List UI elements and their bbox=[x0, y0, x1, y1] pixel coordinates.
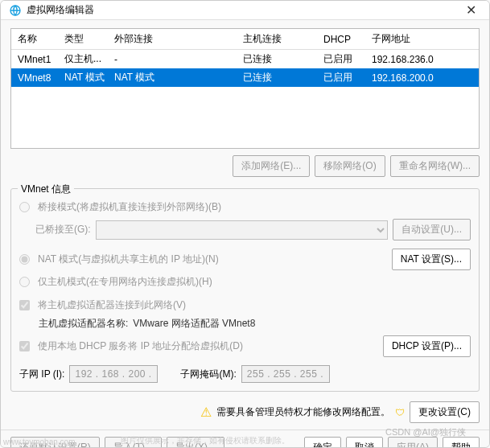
app-icon bbox=[9, 4, 22, 17]
vmnet-info-group: VMnet 信息 桥接模式(将虚拟机直接连接到外部网络)(B) 已桥接至(G):… bbox=[10, 188, 480, 392]
apply-button[interactable]: 应用(A) bbox=[388, 437, 438, 448]
dhcp-settings-button[interactable]: DHCP 设置(P)... bbox=[383, 335, 471, 357]
col-host[interactable]: 主机连接 bbox=[237, 29, 317, 50]
col-subnet[interactable]: 子网地址 bbox=[365, 29, 479, 50]
bridged-label: 桥接模式(将虚拟机直接连接到外部网络)(B) bbox=[38, 200, 221, 214]
table-row[interactable]: VMnet1 仅主机... - 已连接 已启用 192.168.236.0 bbox=[11, 50, 479, 69]
help-button[interactable]: 帮助 bbox=[443, 437, 480, 448]
use-dhcp-checkbox[interactable] bbox=[19, 341, 30, 351]
hostonly-radio[interactable] bbox=[19, 277, 30, 287]
network-table[interactable]: 名称 类型 外部连接 主机连接 DHCP 子网地址 VMnet1 仅主机... … bbox=[10, 28, 480, 149]
col-ext[interactable]: 外部连接 bbox=[108, 29, 237, 50]
use-dhcp-label: 使用本地 DHCP 服务将 IP 地址分配给虚拟机(D) bbox=[38, 339, 243, 353]
change-settings-button[interactable]: 更改设置(C) bbox=[410, 401, 480, 423]
ok-button[interactable]: 确定 bbox=[304, 437, 341, 448]
add-network-button[interactable]: 添加网络(E)... bbox=[233, 155, 310, 177]
adapter-name-label: 主机虚拟适配器名称: bbox=[39, 317, 128, 331]
subnet-mask-input[interactable] bbox=[241, 365, 330, 383]
bridged-radio[interactable] bbox=[19, 202, 30, 212]
hostonly-label: 仅主机模式(在专用网络内连接虚拟机)(H) bbox=[38, 275, 212, 289]
nat-label: NAT 模式(与虚拟机共享主机的 IP 地址)(N) bbox=[38, 253, 219, 266]
nat-radio[interactable] bbox=[19, 254, 30, 265]
import-button[interactable]: 导入(T)... bbox=[105, 437, 162, 448]
bridged-to-label: 已桥接至(G): bbox=[35, 223, 91, 236]
window-title: 虚拟网络编辑器 bbox=[27, 3, 461, 17]
subnet-ip-input[interactable] bbox=[69, 365, 158, 383]
remove-network-button[interactable]: 移除网络(O) bbox=[315, 155, 385, 177]
close-button[interactable]: ✕ bbox=[461, 1, 481, 19]
auto-settings-button[interactable]: 自动设置(U)... bbox=[393, 219, 471, 240]
table-row[interactable]: VMnet8 NAT 模式 NAT 模式 已连接 已启用 192.168.200… bbox=[11, 68, 479, 87]
adapter-name-value: VMware 网络适配器 VMnet8 bbox=[133, 317, 255, 331]
group-legend: VMnet 信息 bbox=[18, 183, 74, 196]
col-name[interactable]: 名称 bbox=[11, 29, 58, 50]
restore-defaults-button[interactable]: 还原默认设置(R) bbox=[10, 437, 100, 448]
warning-text: 需要具备管理员特权才能修改网络配置。 bbox=[216, 405, 390, 419]
subnet-mask-label: 子网掩码(M): bbox=[180, 368, 236, 381]
col-type[interactable]: 类型 bbox=[58, 29, 108, 50]
shield-icon: 🛡 bbox=[395, 407, 405, 418]
nat-settings-button[interactable]: NAT 设置(S)... bbox=[392, 249, 471, 270]
subnet-ip-label: 子网 IP (I): bbox=[19, 368, 64, 381]
rename-network-button[interactable]: 重命名网络(W)... bbox=[390, 155, 480, 177]
warning-icon: ⚠ bbox=[200, 405, 212, 420]
bridged-to-select[interactable] bbox=[96, 220, 389, 240]
connect-adapter-checkbox[interactable] bbox=[19, 300, 30, 310]
export-button[interactable]: 导出(X)... bbox=[167, 437, 224, 448]
cancel-button[interactable]: 取消 bbox=[346, 437, 383, 448]
col-dhcp[interactable]: DHCP bbox=[317, 29, 365, 50]
connect-adapter-label: 将主机虚拟适配器连接到此网络(V) bbox=[38, 298, 186, 312]
